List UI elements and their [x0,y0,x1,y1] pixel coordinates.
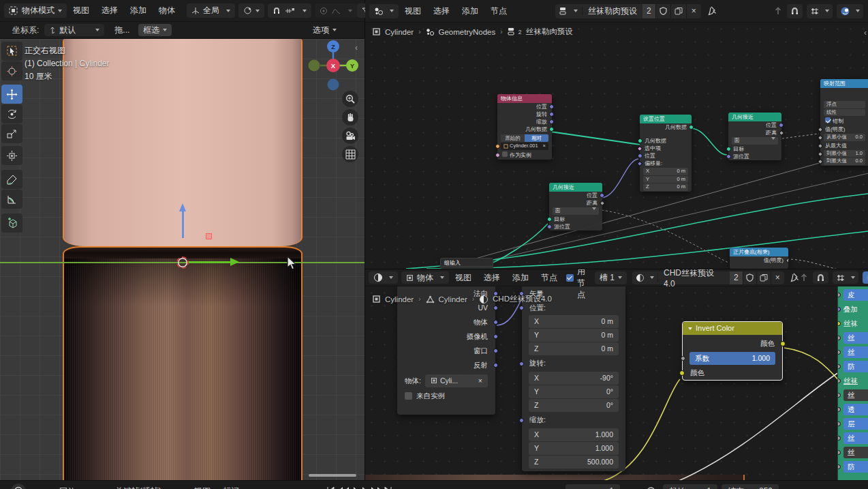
object-field[interactable]: Cylinder.001× [501,143,548,150]
timeline-menu-marker[interactable]: 标记 [217,486,245,489]
socket-float[interactable] [837,450,841,455]
geo-menu-node[interactable]: 节点 [484,5,513,17]
socket-float[interactable] [837,421,841,426]
group-field[interactable]: 丝 [843,389,868,401]
socket-object[interactable] [495,144,500,149]
shader-type-dropdown[interactable]: 物体 [401,271,449,284]
from-instancer-checkbox[interactable] [405,392,412,400]
gizmo-minus-z[interactable] [328,79,339,91]
object-info-mode-toggle[interactable]: 原始的相对 [501,134,548,142]
socket-float[interactable] [837,436,841,441]
socket-geometry[interactable] [549,127,554,132]
viewer-region-dropdown[interactable] [837,4,863,18]
socket-float[interactable] [837,393,841,398]
material-users[interactable]: 2 [730,271,743,284]
location-y[interactable]: Y0 m [529,329,619,342]
viewer-dropdown[interactable] [863,271,868,284]
socket-vector[interactable] [779,123,784,128]
fac-slider[interactable]: 系数1.000 [689,352,775,365]
options-dropdown[interactable]: 选项 [308,24,341,36]
breadcrumb-object[interactable]: Cylinder [385,295,414,303]
socket-geometry[interactable] [689,125,694,130]
geo-menu-select[interactable]: 选择 [427,5,456,17]
tool-measure[interactable] [1,190,22,209]
node-group-browse[interactable] [555,7,583,15]
toggle-grid-button[interactable] [342,146,358,162]
socket-vector[interactable] [493,349,498,353]
socket-bool[interactable] [495,153,500,158]
overlays-dropdown[interactable] [833,271,858,284]
fake-user-button[interactable] [743,271,756,284]
group-field[interactable]: 丝 [843,447,868,458]
frame-start-field[interactable]: 起始1 [663,484,717,489]
viewport-hscrollbar[interactable] [309,474,356,477]
clear-object[interactable]: × [543,143,546,150]
socket-color[interactable] [780,341,786,346]
socket-vector[interactable] [519,418,524,423]
rotation-x[interactable]: X-90° [529,372,619,385]
tool-cursor[interactable] [1,61,22,80]
socket-vector[interactable] [519,361,524,366]
shader-menu-select[interactable]: 选择 [478,272,506,284]
menu-view[interactable]: 视图 [67,5,95,16]
to-min-field[interactable]: 到最小值1.0 [824,150,865,158]
interpolation-dropdown[interactable]: 线性 [824,109,865,117]
orientation-selector[interactable]: 全局 [187,3,235,18]
tool-rotate[interactable] [1,104,22,123]
duplicate-button[interactable] [670,4,686,18]
mode-selector[interactable]: 物体模式 [4,3,67,18]
node-header[interactable]: 几何接近 [728,113,781,121]
timeline-menu-view[interactable]: 视图 [188,486,217,489]
socket-vector[interactable] [519,306,524,310]
proximity-mode-dropdown[interactable]: 面 [732,137,778,145]
socket-vector[interactable] [549,119,554,124]
group-field[interactable]: 透 [843,404,868,415]
group-field[interactable]: 防 [843,361,868,372]
node-header[interactable]: 物体信息 [497,94,552,103]
offset-y-field[interactable]: Y0 m [643,176,688,183]
node-header[interactable]: 组输入 [440,258,493,267]
socket-float[interactable] [837,350,841,355]
node-map-range[interactable]: 映射范围 浮点 线性 钳制 值(明度) 从最小值0.0 从最大值 到最小值1.0… [820,79,868,166]
editor-type-selector[interactable] [11,484,26,489]
offset-z-field[interactable]: Z0 m [643,183,688,191]
gizmo-arrow-head[interactable] [230,258,239,266]
socket-float[interactable] [837,364,841,369]
as-instance-checkbox[interactable]: 作为实例 [510,152,531,158]
scale-z[interactable]: Z500.000 [529,456,619,469]
duplicate-button[interactable] [756,271,771,284]
geo-menu-view[interactable]: 视图 [399,5,427,17]
group-field[interactable]: 防 [843,461,868,473]
tool-select-box[interactable] [1,42,22,61]
parent-node-tree-button[interactable] [773,6,783,16]
socket-vector[interactable] [493,334,498,339]
geo-node-canvas[interactable]: Cylinder› GeometryNodes› 2 丝袜勒肉预设 ‹ 物体信息… [365,23,868,269]
drag-label[interactable]: 拖... [108,25,136,36]
fake-user-button[interactable] [655,4,670,18]
node-object-info[interactable]: 物体信息 位置 旋转 缩放 几何数据 原始的相对 Cylinder.001× 作… [497,94,552,160]
snap-node-button[interactable] [787,4,803,18]
clamp-checkbox[interactable] [825,117,831,123]
z-arrow-head[interactable] [179,203,186,211]
viewport-3d[interactable]: 正交右视图 (1) Collection | Cylinder 10 厘米 Z … [0,39,365,480]
socket-vector[interactable] [547,224,552,229]
rotation-z[interactable]: Z0° [529,399,619,412]
coord-system-selector[interactable]: 默认 [44,24,104,36]
rotation-y[interactable]: Y0° [529,385,619,398]
snap-node-button[interactable] [813,271,828,284]
playback-controls[interactable] [327,486,392,489]
socket-vector[interactable] [638,153,642,158]
pin-button[interactable] [790,273,799,282]
socket-vector[interactable] [726,154,731,159]
offset-x-field[interactable]: X0 m [643,168,688,175]
node-invert-color[interactable]: Invert Color 颜色 系数1.000 颜色 [682,321,783,381]
group-field[interactable]: 丝 [843,332,868,344]
collapse-chevron-icon[interactable] [688,327,692,330]
socket-float[interactable] [837,336,841,340]
current-frame-field[interactable]: 1 [565,484,620,489]
menu-object[interactable]: 物体 [153,5,181,16]
tool-move[interactable] [1,85,22,104]
shader-menu-add[interactable]: 添加 [506,272,535,284]
timeline-menu-playback[interactable]: 回放 [53,486,82,489]
location-z[interactable]: Z0 m [529,342,619,355]
